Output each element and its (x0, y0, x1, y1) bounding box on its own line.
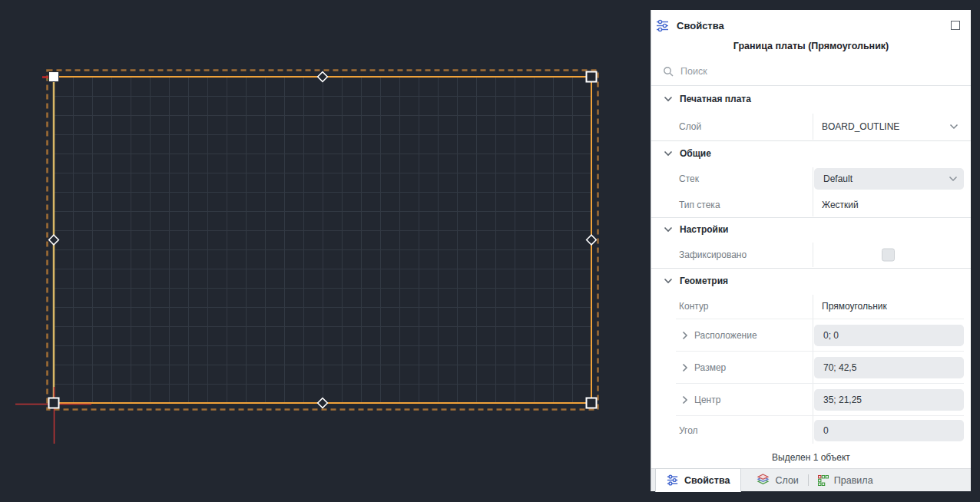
section-geometry: Геометрия Контур Прямоугольник Расположе… (651, 269, 971, 445)
property-row-stack-type: Тип стека Жесткий (651, 192, 971, 218)
chevron-down-icon (664, 226, 673, 233)
tab-layers[interactable]: Слои (747, 469, 807, 492)
chevron-down-icon (664, 150, 673, 157)
center-input[interactable]: 35; 21,25 (814, 389, 964, 411)
chevron-down-icon (949, 176, 958, 182)
panel-tabbar: Свойства Слои (651, 468, 971, 491)
search-row (651, 58, 971, 85)
section-header[interactable]: Настройки (651, 218, 971, 241)
property-row-angle: Угол 0 (651, 416, 971, 445)
pcb-editor-canvas[interactable] (0, 0, 651, 502)
property-row-contour: Контур Прямоугольник (651, 293, 971, 319)
stack-select[interactable]: Default (814, 168, 964, 190)
app-window: Свойства Граница платы (Прямоугольник) П… (0, 0, 980, 502)
layers-icon (757, 474, 770, 487)
sliders-icon (667, 474, 679, 486)
corner-handle-top-left[interactable] (49, 72, 59, 82)
size-input[interactable]: 70; 42,5 (814, 357, 964, 378)
chevron-down-icon (664, 96, 673, 102)
selection-status: Выделен 1 объект (651, 445, 971, 469)
tab-rules[interactable]: Правила (809, 469, 882, 492)
chevron-down-icon[interactable] (949, 124, 958, 130)
section-pcb: Печатная плата Слой BOARD_OUTLINE (651, 86, 971, 141)
selected-object-title: Граница платы (Прямоугольник) (651, 41, 971, 58)
corner-handle-bottom-left[interactable] (49, 398, 59, 408)
angle-input[interactable]: 0 (814, 420, 964, 441)
property-row-fixed: Зафиксировано (651, 241, 971, 269)
panel-title: Свойства (677, 20, 724, 31)
panel-header: Свойства (651, 10, 971, 41)
search-input[interactable] (680, 66, 911, 77)
section-header[interactable]: Геометрия (651, 269, 971, 293)
chevron-right-icon[interactable] (682, 395, 688, 405)
property-row-center: Центр 35; 21,25 (651, 384, 971, 416)
rules-grid-icon (818, 475, 829, 486)
section-header[interactable]: Печатная плата (651, 86, 971, 112)
section-header[interactable]: Общие (651, 141, 971, 166)
chevron-right-icon[interactable] (682, 331, 688, 340)
corner-handle-top-right[interactable] (587, 72, 597, 82)
section-general: Общие Стек Default Тип стека Жесткий (651, 141, 971, 218)
properties-panel: Свойства Граница платы (Прямоугольник) П… (651, 10, 971, 491)
sliders-icon (656, 19, 670, 32)
section-settings: Настройки Зафиксировано (651, 218, 971, 269)
layer-dropdown-value[interactable]: BOARD_OUTLINE (822, 121, 899, 132)
corner-handle-bottom-right[interactable] (587, 398, 597, 408)
chevron-down-icon (664, 278, 673, 284)
fixed-checkbox[interactable] (882, 249, 895, 262)
property-row-size: Размер 70; 42,5 (651, 352, 971, 384)
tab-properties[interactable]: Свойства (655, 468, 741, 492)
property-row-stack: Стек Default (651, 166, 971, 192)
search-icon (663, 66, 674, 77)
chevron-right-icon[interactable] (682, 363, 688, 372)
property-row-position: Расположение 0; 0 (651, 319, 971, 352)
canvas-grid (54, 77, 591, 403)
float-window-button[interactable] (951, 21, 960, 30)
property-row-layer: Слой BOARD_OUTLINE (651, 112, 971, 141)
position-input[interactable]: 0; 0 (814, 325, 964, 346)
